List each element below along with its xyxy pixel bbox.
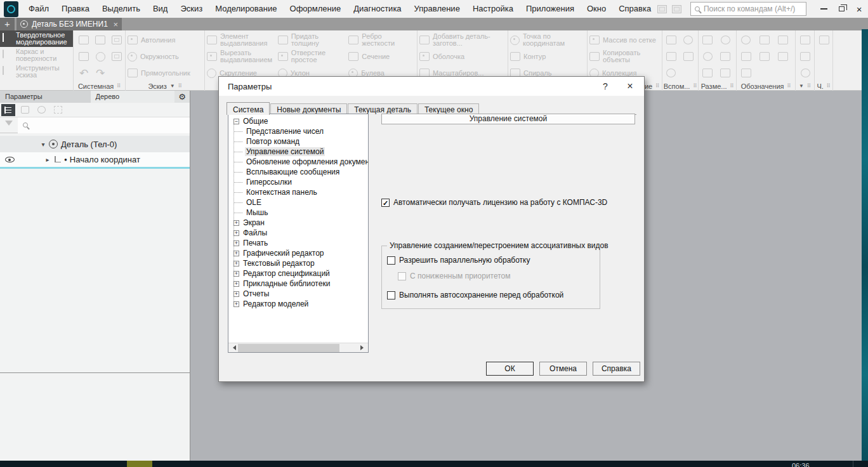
rib-button[interactable]: Ребро жесткости (346, 32, 417, 48)
parallel-checkbox[interactable] (387, 256, 395, 265)
scroll-thumb[interactable] (238, 344, 339, 352)
expand-box-icon[interactable]: + (233, 240, 239, 246)
tree-hscrollbar[interactable] (228, 343, 368, 352)
add-part-blank-button[interactable]: Добавить деталь-заготов... (418, 32, 508, 48)
parallel-checkbox-row[interactable]: Разрешить параллельную обработку (387, 256, 530, 265)
dialog-tab-system[interactable]: Система (227, 102, 270, 115)
mode-wireframe-surfaces[interactable]: Каркас и поверхности (0, 47, 73, 63)
shell-button[interactable]: Оболочка (418, 48, 508, 65)
settings-tree-item[interactable]: Мышь (231, 207, 368, 218)
group-drag-handle[interactable]: ⠿ (730, 83, 734, 89)
group-dropdown-icon[interactable]: ▼ (170, 83, 175, 89)
save-as-icon[interactable] (112, 52, 122, 61)
more-icon[interactable] (801, 69, 810, 77)
aux-icon[interactable] (683, 36, 693, 44)
menu-sketch[interactable]: Эскиз (174, 0, 209, 18)
menu-select[interactable]: Выделить (96, 0, 147, 18)
group-dropdown-icon[interactable]: ▼ (799, 83, 804, 89)
mode-solid-modeling[interactable]: Твердотельное моделирование (0, 30, 73, 47)
aux-icon[interactable] (666, 52, 676, 61)
expand-box-icon[interactable]: + (233, 230, 239, 236)
autosave-checkbox[interactable] (387, 291, 395, 299)
menu-settings[interactable]: Настройка (466, 0, 520, 18)
tree-row-origin[interactable]: ▸ ● Начало координат (0, 152, 190, 169)
settings-tree-item[interactable]: +Файлы (231, 228, 368, 238)
window-layout-icon[interactable] (657, 5, 667, 13)
panel-tab-parameters[interactable]: Параметры (0, 91, 91, 103)
restore-button[interactable] (833, 0, 851, 18)
close-tab-icon[interactable]: × (113, 20, 118, 29)
tree-search[interactable] (18, 117, 190, 133)
group-drag-handle[interactable]: ⠿ (178, 83, 182, 89)
panel-tab-tree[interactable]: Дерево (91, 91, 175, 103)
command-search-input[interactable] (704, 4, 802, 13)
dimension-icon[interactable] (721, 36, 730, 44)
notation-icon[interactable] (741, 69, 751, 77)
settings-tree-item[interactable]: +Отчеты (231, 289, 368, 299)
new-tab-button[interactable]: + (0, 18, 15, 30)
menu-control[interactable]: Управление (408, 0, 466, 18)
expand-box-icon[interactable]: + (233, 281, 239, 287)
scroll-right-icon[interactable] (358, 343, 368, 352)
simple-hole-button[interactable]: Отверстие простое (276, 48, 347, 65)
scroll-left-icon[interactable] (228, 343, 238, 352)
components-icon[interactable] (34, 104, 48, 116)
group-drag-handle[interactable]: ⠿ (117, 83, 121, 89)
ch-icon[interactable] (819, 36, 829, 44)
open-icon[interactable] (95, 36, 105, 44)
settings-tree-item[interactable]: Всплывающие сообщения (231, 167, 368, 177)
collapse-box-icon[interactable]: − (233, 119, 239, 124)
expand-box-icon[interactable]: + (233, 291, 239, 297)
aux-icon[interactable] (683, 52, 694, 61)
collapse-icon[interactable]: ▾ (39, 141, 47, 148)
dimension-icon[interactable] (702, 69, 713, 77)
expand-box-icon[interactable]: + (233, 251, 239, 256)
redo-icon[interactable]: ↷ (96, 68, 105, 79)
settings-tree-item[interactable]: +Экран (231, 218, 368, 228)
settings-tree-item[interactable]: Представление чисел (231, 126, 368, 136)
group-drag-handle[interactable]: ⠿ (787, 83, 791, 89)
copy-objects-button[interactable]: Копировать объекты (588, 48, 662, 65)
settings-tree-item[interactable]: +Прикладные библиотеки (231, 279, 368, 289)
panel-gear-icon[interactable]: ⚙ (174, 91, 190, 103)
group-drag-handle[interactable]: ⠿ (827, 83, 831, 89)
dimension-icon[interactable] (720, 52, 730, 61)
settings-tree-item[interactable]: Обновление оформления документ (231, 157, 368, 167)
section-button[interactable]: Сечение (346, 48, 417, 65)
cut-extrude-button[interactable]: Вырезать выдавливанием (205, 48, 276, 65)
grid-array-button[interactable]: Массив по сетке (588, 32, 662, 48)
settings-tree-item[interactable]: +Графический редактор (231, 248, 368, 258)
selection-area-icon[interactable] (51, 104, 65, 116)
close-window-button[interactable]: × (850, 0, 868, 18)
license-checkbox-row[interactable]: ✓ Автоматически получать лицензию на раб… (381, 198, 607, 207)
settings-tree-item[interactable]: +Редактор спецификаций (231, 268, 368, 279)
autosave-checkbox-row[interactable]: Выполнять автосохранение перед обработко… (387, 291, 563, 299)
tree-row-part[interactable]: ▾ Деталь (Тел-0) (0, 136, 190, 152)
expand-icon[interactable]: ▸ (44, 156, 51, 163)
filter-icon[interactable] (0, 121, 18, 129)
thicken-button[interactable]: Придать толщину (276, 32, 347, 48)
extrude-element-button[interactable]: Элемент выдавливания (205, 32, 276, 48)
aux-icon[interactable] (666, 36, 676, 44)
menu-modeling[interactable]: Моделирование (209, 0, 283, 18)
settings-tree-item[interactable]: Гиперссылки (231, 177, 368, 187)
settings-tree-item[interactable]: +Печать (231, 238, 368, 248)
expand-box-icon[interactable]: + (233, 261, 239, 266)
print-icon[interactable] (79, 52, 89, 61)
dimension-icon[interactable] (720, 69, 730, 77)
settings-tree-item-selected[interactable]: Управление системой (231, 147, 368, 157)
document-tab[interactable]: Деталь БЕЗ ИМЕНИ1 × (16, 18, 122, 30)
notation-icon[interactable] (760, 52, 770, 61)
menu-help[interactable]: Справка (612, 0, 657, 18)
tree-structure-icon[interactable] (1, 104, 15, 116)
expand-box-icon[interactable]: + (233, 271, 239, 277)
settings-tree-item[interactable]: −Общие (231, 116, 368, 126)
expand-box-icon[interactable]: + (233, 301, 239, 307)
visibility-eye-icon[interactable] (5, 157, 15, 162)
notation-icon[interactable] (778, 36, 788, 44)
dimension-icon[interactable] (702, 36, 713, 44)
preview-icon[interactable] (96, 52, 105, 62)
notation-icon[interactable] (741, 36, 751, 44)
group-drag-handle[interactable]: ⠿ (655, 83, 659, 89)
notation-icon[interactable] (778, 52, 788, 61)
